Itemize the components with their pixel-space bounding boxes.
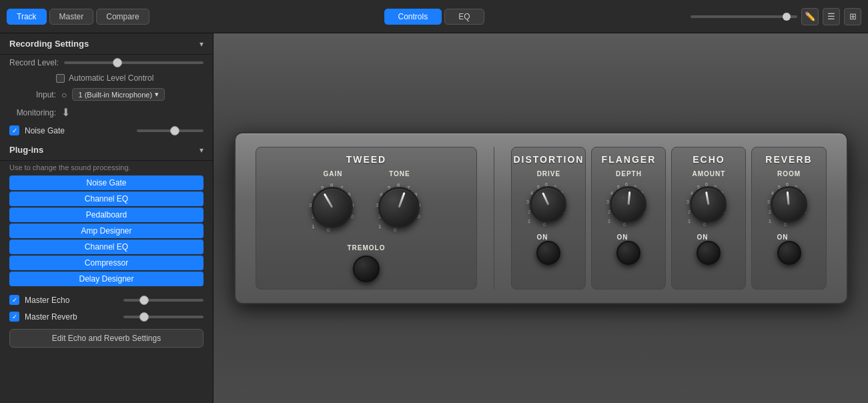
depth-pointer bbox=[627, 191, 630, 204]
svg-text:3: 3 bbox=[767, 199, 770, 204]
plugin-pedalboard[interactable]: Pedalboard bbox=[9, 208, 203, 222]
master-echo-thumb bbox=[139, 296, 149, 305]
input-device-name: 1 (Built-in Microphone) bbox=[78, 91, 152, 99]
drive-knob-container: DRIVE 2 3 4 5 6 7 8 9 10 bbox=[525, 170, 572, 228]
svg-text:2: 2 bbox=[769, 210, 771, 214]
amount-knob-container: AMOUNT 2 3 4 5 6 7 8 9 10 bbox=[685, 170, 732, 228]
tone-pointer bbox=[398, 192, 406, 208]
recording-settings-header[interactable]: Recording Settings ▾ bbox=[0, 33, 213, 55]
plugin-delay-designer[interactable]: Delay Designer bbox=[9, 272, 203, 286]
plugin-channel-eq-2[interactable]: Channel EQ bbox=[9, 240, 203, 254]
volume-slider-thumb bbox=[783, 13, 791, 21]
amount-knob-wrap: 2 3 4 5 6 7 8 9 10 1 0 bbox=[685, 181, 732, 228]
record-level-row: Record Level: bbox=[0, 55, 213, 71]
tab-eq[interactable]: EQ bbox=[444, 9, 484, 25]
grid-icon[interactable]: ⊞ bbox=[844, 8, 861, 25]
list-icon[interactable]: ☰ bbox=[823, 8, 840, 25]
input-chevron-icon: ▾ bbox=[155, 90, 159, 99]
left-panel: Recording Settings ▾ Record Level: Autom… bbox=[0, 33, 213, 403]
volume-slider-track[interactable] bbox=[691, 15, 797, 18]
room-pointer bbox=[787, 191, 790, 204]
flanger-title: FLANGER bbox=[602, 154, 657, 165]
gain-knob-wrap: 2 3 4 5 6 7 8 9 10 1 0 bbox=[306, 181, 360, 235]
reverb-title: REVERB bbox=[765, 154, 812, 165]
svg-text:3: 3 bbox=[606, 199, 609, 204]
tone-knob-container: TONE 2 3 4 5 6 7 8 9 10 bbox=[373, 170, 426, 235]
master-reverb-checkbox[interactable]: ✓ bbox=[9, 312, 19, 322]
plugin-noise-gate[interactable]: Noise Gate bbox=[9, 175, 203, 190]
master-echo-slider[interactable] bbox=[123, 299, 203, 302]
svg-text:0: 0 bbox=[784, 222, 787, 227]
plugin-channel-eq-1[interactable]: Channel EQ bbox=[9, 191, 203, 206]
room-knob[interactable] bbox=[771, 186, 807, 223]
svg-text:1: 1 bbox=[688, 219, 691, 224]
tweed-knobs-row: GAIN 2 3 4 5 6 7 8 9 10 bbox=[306, 170, 426, 235]
plugin-amp-designer[interactable]: Amp Designer bbox=[9, 224, 203, 238]
gain-knob[interactable] bbox=[312, 187, 353, 228]
plugins-title: Plug-ins bbox=[9, 145, 43, 155]
plugin-compressor[interactable]: Compressor bbox=[9, 256, 203, 270]
tab-controls[interactable]: Controls bbox=[384, 9, 442, 25]
plugins-header[interactable]: Plug-ins ▾ bbox=[0, 139, 213, 161]
svg-text:1: 1 bbox=[528, 219, 530, 224]
edit-echo-reverb-button[interactable]: Edit Echo and Reverb Settings bbox=[9, 329, 203, 348]
reverb-toggle[interactable] bbox=[777, 241, 801, 265]
master-reverb-slider[interactable] bbox=[123, 316, 203, 318]
flanger-on-section: ON bbox=[616, 234, 640, 265]
amount-label: AMOUNT bbox=[693, 170, 726, 177]
distortion-toggle[interactable] bbox=[536, 241, 560, 265]
tremolo-toggle-knob[interactable] bbox=[353, 256, 380, 282]
input-label: Input: bbox=[9, 90, 56, 99]
noise-gate-row: ✓ Noise Gate bbox=[0, 121, 213, 139]
tab-compare[interactable]: Compare bbox=[96, 9, 149, 25]
svg-text:0: 0 bbox=[543, 222, 546, 227]
tab-master[interactable]: Master bbox=[49, 9, 94, 25]
monitoring-icon[interactable]: ⬇ bbox=[61, 106, 70, 119]
plugins-chevron: ▾ bbox=[199, 145, 203, 155]
auto-level-label: Automatic Level Control bbox=[69, 73, 153, 83]
echo-title: ECHO bbox=[693, 154, 725, 165]
flanger-toggle[interactable] bbox=[616, 241, 640, 265]
reverb-on-label: ON bbox=[777, 234, 801, 241]
drive-label: DRIVE bbox=[537, 170, 561, 177]
distortion-on-label: ON bbox=[536, 234, 560, 241]
record-level-slider[interactable] bbox=[64, 61, 203, 64]
tremolo-section: TREMOLO bbox=[347, 244, 385, 282]
top-bar-right: ✏️ ☰ ⊞ bbox=[691, 8, 861, 25]
depth-label: DEPTH bbox=[616, 170, 642, 177]
auto-level-checkbox[interactable] bbox=[56, 74, 65, 83]
master-reverb-row: ✓ Master Reverb bbox=[0, 308, 213, 325]
noise-gate-checkbox[interactable]: ✓ bbox=[9, 125, 19, 135]
amp-divider-1 bbox=[494, 147, 494, 290]
noise-gate-slider[interactable] bbox=[137, 129, 203, 132]
distortion-title: DISTORTION bbox=[513, 154, 584, 165]
flanger-section: FLANGER DEPTH 2 3 4 5 6 7 8 bbox=[591, 147, 666, 290]
svg-text:0: 0 bbox=[703, 222, 706, 227]
recording-settings-title: Recording Settings bbox=[9, 39, 89, 49]
tab-track[interactable]: Track bbox=[7, 9, 47, 25]
svg-text:1: 1 bbox=[378, 224, 382, 230]
record-level-thumb bbox=[113, 58, 122, 67]
master-reverb-label: Master Reverb bbox=[25, 312, 118, 322]
depth-knob-container: DEPTH 2 3 4 5 6 7 8 9 10 bbox=[605, 170, 652, 228]
tone-knob[interactable] bbox=[378, 187, 420, 228]
gain-knob-container: GAIN 2 3 4 5 6 7 8 9 10 bbox=[306, 170, 360, 235]
top-bar: Track Master Compare Controls EQ ✏️ ☰ ⊞ bbox=[0, 0, 868, 33]
echo-section: ECHO AMOUNT 2 3 4 5 6 7 8 bbox=[671, 147, 746, 290]
amp-panel: TWEED GAIN 2 3 4 5 6 7 bbox=[213, 33, 868, 403]
master-echo-checkbox[interactable]: ✓ bbox=[9, 295, 19, 305]
reverb-section: REVERB ROOM 2 3 4 5 6 7 8 bbox=[751, 147, 826, 290]
recording-settings-chevron: ▾ bbox=[199, 39, 203, 49]
record-level-label: Record Level: bbox=[9, 58, 59, 67]
room-knob-container: ROOM 2 3 4 5 6 7 8 9 10 bbox=[766, 170, 813, 228]
input-device-select[interactable]: 1 (Built-in Microphone) ▾ bbox=[72, 88, 165, 101]
depth-knob-wrap: 2 3 4 5 6 7 8 9 10 1 0 bbox=[605, 181, 652, 228]
monitoring-label: Monitoring: bbox=[9, 108, 56, 117]
flanger-on-label: ON bbox=[616, 234, 640, 241]
top-bar-left: Track Master Compare bbox=[7, 9, 149, 25]
echo-toggle[interactable] bbox=[697, 241, 721, 265]
svg-text:1: 1 bbox=[312, 224, 315, 230]
auto-level-row: Automatic Level Control bbox=[0, 71, 213, 85]
pencil-icon[interactable]: ✏️ bbox=[801, 8, 819, 25]
tweed-section: TWEED GAIN 2 3 4 5 6 7 bbox=[256, 147, 478, 290]
